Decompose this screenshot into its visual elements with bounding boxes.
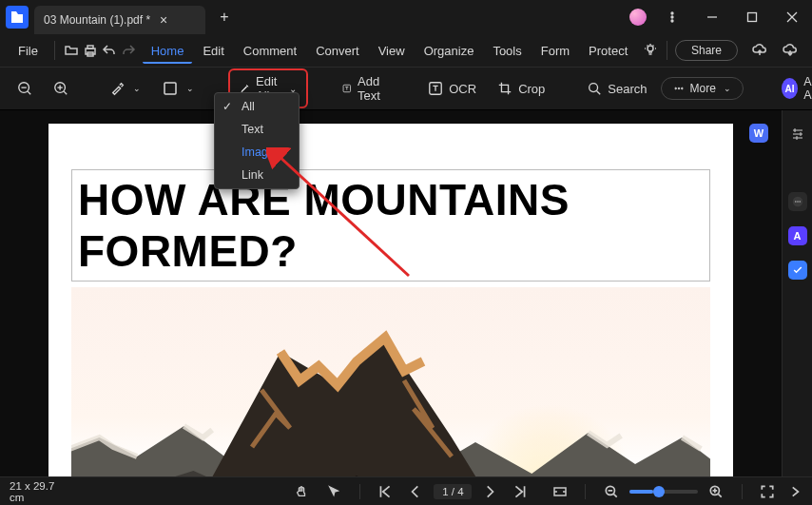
highlighter-tool[interactable]: ⌄ [103, 76, 148, 101]
svg-point-10 [648, 46, 653, 51]
svg-point-1 [671, 16, 673, 18]
svg-rect-18 [164, 83, 176, 94]
zoom-out-button[interactable] [10, 76, 40, 101]
svg-point-29 [799, 201, 800, 202]
menu-tools[interactable]: Tools [484, 38, 530, 64]
lightbulb-icon[interactable] [642, 38, 659, 63]
tab-close-icon[interactable]: × [160, 12, 167, 28]
word-badge-icon[interactable]: W [749, 124, 768, 143]
fit-width-icon[interactable] [548, 479, 570, 504]
close-button[interactable] [778, 3, 806, 31]
svg-line-38 [718, 494, 721, 496]
zoom-in-status-icon[interactable] [704, 479, 728, 504]
zoom-in-button[interactable] [46, 76, 76, 101]
svg-line-17 [64, 91, 67, 94]
svg-point-27 [795, 201, 796, 202]
ai-assist-label[interactable]: AI Assist [803, 75, 812, 102]
redo-icon[interactable] [120, 38, 137, 63]
page[interactable]: HOW ARE MOUNTAINS FORMED? [48, 124, 733, 476]
first-page-icon[interactable] [373, 479, 397, 504]
toolbar: ⌄ ⌄ Edit All ⌄ Add Text OCR Crop Search … [0, 67, 812, 110]
edit-all-dropdown: AllTextImageLink [214, 92, 300, 189]
menu-view[interactable]: View [370, 38, 414, 64]
right-rail: A [782, 110, 812, 476]
dropdown-item-image[interactable]: Image [215, 141, 299, 164]
page-indicator[interactable]: 1 / 4 [434, 484, 472, 499]
user-avatar[interactable] [629, 9, 647, 26]
dropdown-item-all[interactable]: All [215, 95, 299, 118]
svg-line-22 [597, 91, 601, 95]
dropdown-item-text[interactable]: Text [215, 118, 299, 141]
zoom-out-status-icon[interactable] [599, 479, 624, 504]
tab-title: 03 Mountain (1).pdf * [44, 13, 150, 27]
shape-tool[interactable]: ⌄ [154, 75, 202, 102]
hand-tool-icon[interactable] [289, 479, 314, 504]
document-canvas[interactable]: HOW ARE MOUNTAINS FORMED? [0, 110, 782, 476]
menu-organize[interactable]: Organize [416, 38, 483, 64]
svg-point-2 [671, 20, 673, 22]
menu-file[interactable]: File [10, 38, 47, 64]
kebab-menu-icon[interactable] [658, 3, 686, 31]
menu-edit[interactable]: Edit [194, 38, 232, 64]
menu-form[interactable]: Form [532, 38, 578, 64]
svg-point-21 [590, 84, 598, 92]
select-tool-icon[interactable] [321, 479, 346, 504]
document-image[interactable] [71, 287, 710, 476]
cloud-upload-icon[interactable] [747, 38, 772, 63]
prev-page-icon[interactable] [403, 479, 428, 504]
menu-convert[interactable]: Convert [307, 38, 368, 64]
svg-point-24 [678, 87, 680, 89]
print-icon[interactable] [82, 38, 99, 63]
open-icon[interactable] [63, 38, 80, 63]
ai-side-icon[interactable]: A [788, 226, 807, 245]
ocr-button[interactable]: OCR [420, 76, 484, 101]
maximize-button[interactable] [738, 3, 766, 31]
cloud-download-icon[interactable] [778, 38, 802, 63]
share-button[interactable]: Share [675, 40, 738, 61]
more-button[interactable]: More⌄ [661, 77, 744, 100]
svg-point-25 [681, 87, 683, 89]
svg-point-0 [671, 12, 673, 14]
dropdown-item-link[interactable]: Link [215, 164, 299, 186]
svg-rect-8 [87, 46, 93, 49]
zoom-slider[interactable] [629, 490, 698, 494]
ai-icon[interactable]: AI [782, 78, 798, 99]
chat-icon[interactable] [788, 192, 807, 211]
menu-comment[interactable]: Comment [235, 38, 305, 64]
svg-rect-4 [748, 13, 757, 22]
check-icon[interactable] [788, 261, 807, 280]
document-tab[interactable]: 03 Mountain (1).pdf * × [34, 6, 205, 34]
page-dimensions: 21 x 29.7 cm [10, 480, 68, 503]
svg-point-23 [674, 87, 676, 89]
last-page-icon[interactable] [508, 479, 532, 504]
add-text-button[interactable]: Add Text [335, 69, 394, 107]
crop-button[interactable]: Crop [490, 76, 552, 101]
next-page-icon[interactable] [477, 479, 502, 504]
heading-text[interactable]: HOW ARE MOUNTAINS FORMED? [71, 169, 710, 282]
undo-icon[interactable] [101, 38, 118, 63]
svg-line-13 [28, 91, 30, 94]
search-button[interactable]: Search [579, 76, 654, 101]
app-logo[interactable] [6, 6, 29, 29]
menu-home[interactable]: Home [143, 38, 193, 64]
minimize-button[interactable] [698, 3, 726, 31]
svg-line-34 [613, 494, 616, 496]
menu-protect[interactable]: Protect [580, 38, 636, 64]
expand-right-icon[interactable] [786, 479, 802, 504]
fullscreen-icon[interactable] [756, 479, 779, 504]
svg-point-28 [797, 201, 798, 202]
new-tab-button[interactable]: + [211, 4, 238, 30]
settings-sliders-icon[interactable] [787, 124, 808, 145]
